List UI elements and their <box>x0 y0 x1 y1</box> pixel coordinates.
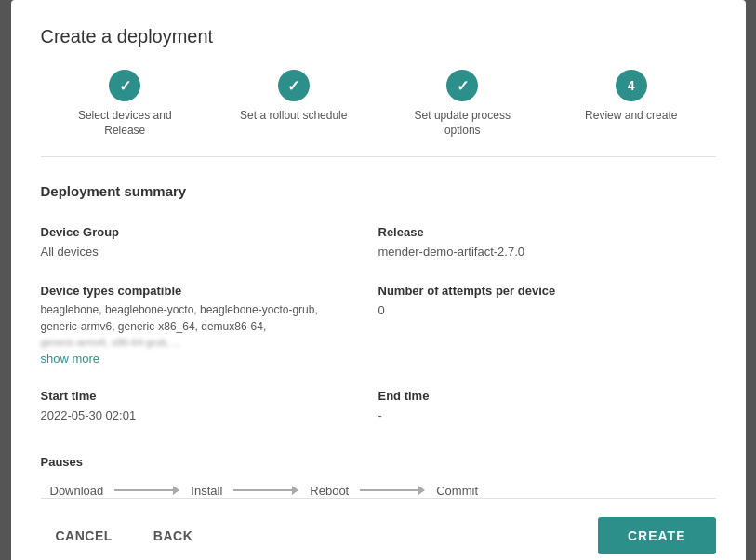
release-value: mender-demo-artifact-2.7.0 <box>378 243 716 261</box>
arrow-line-1 <box>114 489 173 491</box>
start-time-value: 2022-05-30 02:01 <box>41 407 360 425</box>
device-group-label: Device Group <box>41 225 360 239</box>
release-item: Release mender-demo-artifact-2.7.0 <box>378 218 716 276</box>
attempts-label: Number of attempts per device <box>378 284 716 298</box>
step-3: ✓ Set update process options <box>378 70 548 138</box>
dialog-title: Create a deployment <box>41 26 716 47</box>
arrow-head-1 <box>173 486 179 495</box>
start-time-label: Start time <box>41 389 360 403</box>
arrow-line-2 <box>233 489 292 491</box>
step-3-check: ✓ <box>457 77 469 95</box>
footer-left-buttons: CANCEL BACK <box>41 521 208 551</box>
step-2-circle: ✓ <box>278 70 310 101</box>
step-1-label: Select devices and Release <box>69 109 180 138</box>
end-time-value: - <box>378 407 716 425</box>
release-label: Release <box>378 225 716 239</box>
step-4-circle: 4 <box>616 70 647 101</box>
step-4-number: 4 <box>628 78 635 93</box>
arrow-head-2 <box>292 486 298 495</box>
create-deployment-dialog: Create a deployment ✓ Select devices and… <box>11 0 746 560</box>
step-3-circle: ✓ <box>446 70 478 101</box>
device-types-label: Device types compatible <box>41 284 360 298</box>
arrow-line-3 <box>360 489 418 491</box>
device-types-truncated: generic-armv6, x86-64-grub, ... <box>41 335 360 351</box>
attempts-value: 0 <box>378 301 716 320</box>
end-time-label: End time <box>378 389 716 403</box>
attempts-item: Number of attempts per device 0 <box>378 276 716 382</box>
arrow-3 <box>360 486 425 495</box>
step-1-circle: ✓ <box>109 70 140 101</box>
arrow-1 <box>114 486 179 495</box>
summary-grid: Device Group All devices Release mender-… <box>41 218 716 440</box>
pauses-flow: Download Install Reboot Commit <box>41 484 716 498</box>
step-2-label: Set a rollout schedule <box>240 109 347 124</box>
steps-container: ✓ Select devices and Release ✓ Set a rol… <box>41 70 716 157</box>
device-types-value: beaglebone, beaglebone-yocto, beaglebone… <box>41 301 360 335</box>
step-2: ✓ Set a rollout schedule <box>209 70 378 124</box>
arrow-head-3 <box>418 486 425 495</box>
step-4: 4 Review and create <box>547 70 716 124</box>
pause-step-install: Install <box>191 484 222 498</box>
pauses-label: Pauses <box>41 455 716 469</box>
back-button[interactable]: BACK <box>139 521 207 551</box>
start-time-item: Start time 2022-05-30 02:01 <box>41 381 378 440</box>
show-more-link[interactable]: show more <box>41 352 100 366</box>
end-time-item: End time - <box>378 381 716 440</box>
cancel-button[interactable]: CANCEL <box>41 521 127 551</box>
step-4-label: Review and create <box>585 109 677 124</box>
create-button[interactable]: CREATE <box>598 517 716 554</box>
dialog-footer: CANCEL BACK CREATE <box>41 498 716 554</box>
step-2-check: ✓ <box>287 77 299 95</box>
step-1: ✓ Select devices and Release <box>41 70 210 138</box>
pause-step-commit: Commit <box>436 484 478 498</box>
summary-section-title: Deployment summary <box>41 183 716 199</box>
pause-step-download: Download <box>50 484 104 498</box>
step-1-check: ✓ <box>119 77 131 95</box>
arrow-2 <box>233 486 298 495</box>
pause-step-reboot: Reboot <box>310 484 349 498</box>
step-3-label: Set update process options <box>406 109 518 138</box>
device-group-item: Device Group All devices <box>41 218 378 276</box>
pauses-section: Pauses Download Install Reboot Commit <box>41 447 716 498</box>
device-types-item: Device types compatible beaglebone, beag… <box>41 276 378 382</box>
deployment-summary: Deployment summary Device Group All devi… <box>41 183 716 498</box>
device-group-value: All devices <box>41 243 360 261</box>
